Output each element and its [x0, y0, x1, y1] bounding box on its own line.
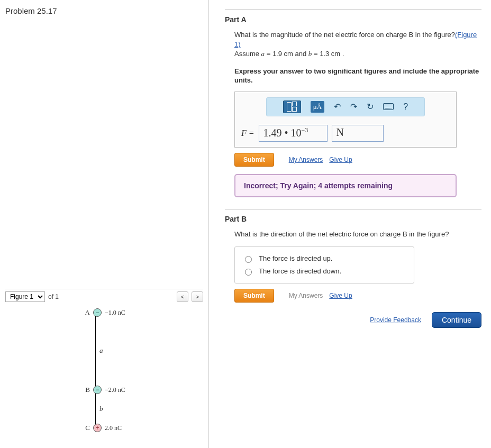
give-up-link-a[interactable]: Give Up [329, 156, 352, 163]
problem-title: Problem 25.17 [5, 6, 203, 15]
provide-feedback-link[interactable]: Provide Feedback [370, 316, 421, 324]
part-a-prompt: What is the magnitude of the net electri… [234, 30, 481, 49]
f-equals-label: F = [241, 129, 254, 138]
figure-prev-button[interactable]: < [177, 291, 188, 302]
figure-count: of 1 [48, 293, 59, 300]
distance-b-label: b [99, 405, 103, 413]
help-icon[interactable]: ? [403, 102, 408, 112]
charge-a-icon: − [93, 308, 102, 317]
left-pane: Problem 25.17 Figure 1 of 1 < > A − −1.0… [0, 0, 209, 448]
part-b-prompt: What is the direction of the net electri… [234, 230, 481, 239]
keyboard-icon[interactable] [383, 103, 394, 110]
radio-down-label: The force is directed down. [259, 267, 341, 275]
figure-panel: Figure 1 of 1 < > A − −1.0 nC a B − [5, 289, 203, 444]
charge-a-value: −1.0 nC [105, 309, 125, 317]
part-a-title: Part A [225, 15, 481, 24]
figure-diagram: A − −1.0 nC a B − −2.0 nC b C + 2.0 nC [11, 306, 198, 444]
charge-c-value: 2.0 nC [105, 424, 122, 432]
my-answers-link-b: My Answers [289, 292, 323, 299]
unit-input[interactable]: N [332, 125, 384, 142]
radio-group: The force is directed up. The force is d… [234, 246, 414, 284]
value-input[interactable]: 1.49 • 10−3 [259, 125, 328, 142]
charge-a-label: A [79, 308, 90, 317]
reset-icon[interactable]: ↻ [367, 102, 374, 112]
part-b-title: Part B [225, 215, 481, 223]
undo-icon[interactable]: ↶ [334, 102, 341, 112]
charge-c-label: C [79, 424, 90, 432]
right-pane: Part A What is the magnitude of the net … [209, 0, 491, 448]
radio-option-down[interactable]: The force is directed down. [242, 265, 406, 278]
submit-button-a[interactable]: Submit [234, 153, 274, 167]
answer-box: μÅ ↶ ↷ ↻ ? F = 1.49 • 10−3 N [234, 92, 457, 148]
templates-icon[interactable] [283, 100, 301, 113]
radio-down-input[interactable] [245, 269, 252, 276]
distance-a-label: a [99, 346, 103, 355]
figure-select[interactable]: Figure 1 [5, 291, 45, 302]
radio-option-up[interactable]: The force is directed up. [242, 252, 406, 265]
redo-icon[interactable]: ↷ [350, 102, 357, 112]
figure-next-button[interactable]: > [192, 291, 203, 302]
give-up-link-b[interactable]: Give Up [329, 292, 352, 299]
charge-b-value: −2.0 nC [105, 386, 125, 394]
feedback-message: Incorrect; Try Again; 4 attempts remaini… [234, 174, 457, 197]
radio-up-label: The force is directed up. [259, 254, 332, 262]
answer-toolbar: μÅ ↶ ↷ ↻ ? [266, 97, 425, 116]
continue-button[interactable]: Continue [432, 312, 481, 328]
my-answers-link-a[interactable]: My Answers [289, 156, 323, 163]
part-a-assume: Assume a = 1.9 cm and b = 1.3 cm . [234, 49, 481, 59]
part-a-instruction: Express your answer to two significant f… [234, 67, 481, 85]
charge-c-icon: + [93, 424, 102, 432]
charge-b-icon: − [93, 386, 102, 394]
charge-b-label: B [79, 386, 90, 394]
units-button[interactable]: μÅ [311, 101, 324, 113]
submit-button-b[interactable]: Submit [234, 289, 274, 303]
radio-up-input[interactable] [245, 256, 252, 263]
